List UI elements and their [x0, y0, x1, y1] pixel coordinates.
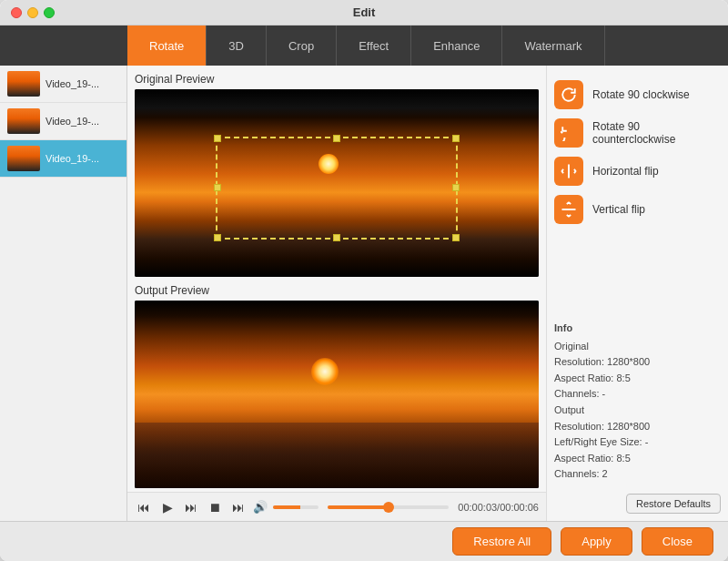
output-preview-video [135, 301, 539, 488]
traffic-lights [11, 7, 55, 18]
sun-output [311, 358, 339, 385]
hflip-label: Horizontal flip [592, 165, 659, 178]
sidebar-item-1[interactable]: Video_19-... [0, 103, 126, 140]
center-panel: Original Preview [127, 66, 546, 521]
volume-icon: 🔊 [253, 500, 268, 514]
rotate-cw-label: Rotate 90 clockwise [592, 88, 690, 101]
hflip-icon [554, 157, 583, 186]
main-window: Edit Rotate 3D Crop Effect Enhance Water… [0, 0, 728, 561]
info-output-resolution: Resolution: 1280*800 [554, 419, 721, 435]
sun-original [318, 154, 339, 174]
bottom-bar: Restore All Apply Close [0, 521, 728, 561]
sidebar-thumb-2 [7, 146, 40, 171]
stop-button[interactable]: ⏹ [206, 498, 224, 516]
sidebar-item-2[interactable]: Video_19-... [0, 140, 126, 178]
sidebar: Video_19-... Video_19-... Video_19-... [0, 66, 127, 521]
rotate-cw-icon [554, 80, 583, 109]
volume-bar[interactable] [273, 505, 318, 509]
close-window-button[interactable] [11, 7, 22, 18]
vflip-item[interactable]: Vertical flip [554, 195, 721, 224]
playback-controls: ⏮ ▶ ⏭ ⏹ ⏭ 🔊 00:00:03/00:00:06 [127, 492, 546, 521]
rotate-actions: Rotate 90 clockwise Rotate 90 counterclo… [554, 80, 721, 224]
info-original-aspect: Aspect Ratio: 8:5 [554, 371, 721, 387]
main-content: Video_19-... Video_19-... Video_19-... O… [0, 66, 728, 521]
vflip-label: Vertical flip [592, 203, 645, 216]
tab-effect[interactable]: Effect [337, 26, 411, 66]
output-preview-label: Output Preview [135, 284, 539, 297]
info-title: Info [554, 321, 721, 337]
tab-rotate[interactable]: Rotate [127, 26, 207, 66]
tab-crop[interactable]: Crop [267, 26, 337, 66]
tabs-bar: Rotate 3D Crop Effect Enhance Watermark [0, 26, 728, 66]
sidebar-label-2: Video_19-... [46, 153, 99, 164]
sidebar-label-1: Video_19-... [46, 116, 99, 127]
volume-fill [273, 505, 300, 509]
apply-button[interactable]: Apply [561, 527, 632, 556]
info-original-resolution: Resolution: 1280*800 [554, 354, 721, 371]
water-reflection [135, 423, 539, 488]
original-preview-section: Original Preview [127, 66, 546, 280]
original-preview-label: Original Preview [135, 73, 539, 86]
rotate-cw-item[interactable]: Rotate 90 clockwise [554, 80, 721, 109]
skip-end-button[interactable]: ⏭ [229, 498, 248, 516]
vflip-icon [554, 195, 583, 224]
rotate-ccw-icon [554, 118, 583, 148]
right-panel: Rotate 90 clockwise Rotate 90 counterclo… [546, 66, 728, 521]
step-forward-button[interactable]: ⏭ [182, 498, 200, 516]
progress-fill [328, 505, 389, 509]
hflip-item[interactable]: Horizontal flip [554, 157, 721, 186]
restore-all-button[interactable]: Restore All [452, 527, 551, 556]
tab-watermark[interactable]: Watermark [502, 26, 604, 66]
info-output-aspect: Aspect Ratio: 8:5 [554, 451, 721, 467]
original-video-bg [135, 89, 539, 277]
title-bar: Edit [0, 0, 728, 26]
rotate-ccw-label: Rotate 90 counterclockwise [592, 120, 721, 146]
sidebar-thumb-1 [7, 108, 40, 134]
info-original-label: Original [554, 339, 721, 355]
sidebar-thumb-0 [7, 71, 40, 97]
tab-enhance[interactable]: Enhance [411, 26, 502, 66]
sidebar-item-0[interactable]: Video_19-... [0, 66, 126, 103]
original-preview-video [135, 89, 539, 277]
window-title: Edit [353, 5, 376, 19]
sidebar-label-0: Video_19-... [46, 78, 99, 89]
tab-3d[interactable]: 3D [207, 26, 267, 66]
maximize-window-button[interactable] [44, 7, 55, 18]
close-button[interactable]: Close [642, 527, 713, 556]
restore-defaults-button[interactable]: Restore Defaults [626, 494, 721, 514]
info-output-eye-size: Left/Right Eye Size: - [554, 434, 721, 451]
rotate-ccw-item[interactable]: Rotate 90 counterclockwise [554, 118, 721, 148]
info-section: Info Original Resolution: 1280*800 Aspec… [554, 321, 721, 483]
progress-bar[interactable] [328, 505, 449, 509]
time-display: 00:00:03/00:00:06 [458, 502, 539, 513]
info-original-channels: Channels: - [554, 386, 721, 403]
output-preview-section: Output Preview [127, 280, 546, 492]
info-output-channels: Channels: 2 [554, 466, 721, 483]
minimize-window-button[interactable] [27, 7, 38, 18]
progress-thumb[interactable] [383, 502, 394, 513]
info-output-label: Output [554, 403, 721, 419]
play-button[interactable]: ▶ [158, 498, 177, 516]
skip-back-button[interactable]: ⏮ [135, 498, 153, 516]
